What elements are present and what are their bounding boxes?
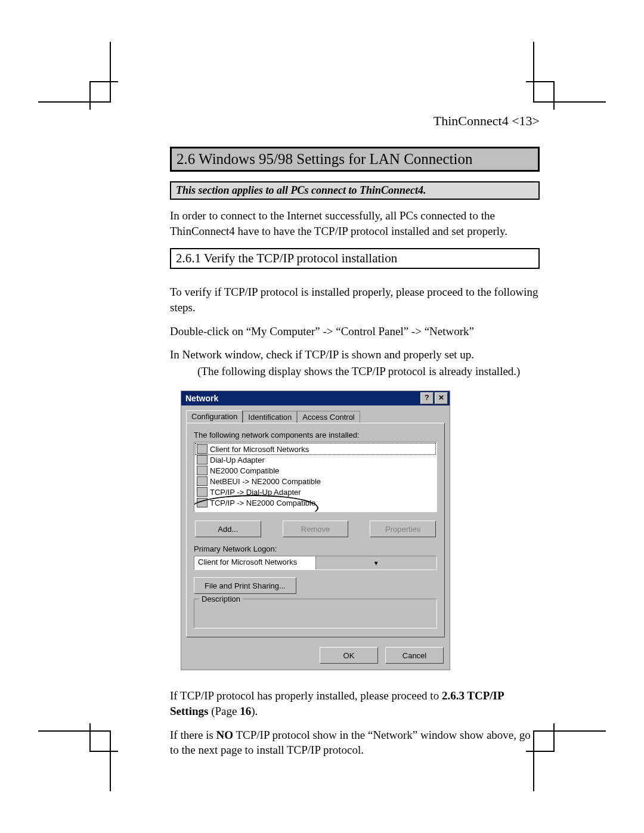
file-print-sharing-button[interactable]: File and Print Sharing...	[194, 577, 296, 594]
properties-button[interactable]: Properties	[370, 521, 436, 537]
list-item-label: Client for Microsoft Networks	[210, 445, 309, 454]
document-page: ThinConnect4 <13> 2.6 Windows 95/98 Sett…	[0, 0, 644, 833]
paragraph: If TCP/IP protocol has properly installe…	[170, 688, 540, 719]
text-run: If there is	[170, 729, 216, 741]
logon-value: Client for Microsoft Networks	[194, 556, 315, 569]
list-item[interactable]: NE2000 Compatible	[196, 465, 435, 476]
add-button-label: Add...	[218, 525, 238, 534]
chevron-down-icon[interactable]: ▼	[315, 556, 437, 569]
crop-mark-tr-icon	[533, 42, 606, 103]
list-item[interactable]: NetBEUI -> NE2000 Compatible	[196, 476, 435, 487]
paragraph: Double-click on “My Computer” -> “Contro…	[170, 324, 540, 339]
description-legend: Description	[199, 594, 243, 603]
network-client-icon	[197, 444, 208, 454]
text-bold: NO	[216, 729, 234, 741]
paragraph: If there is NO TCP/IP protocol show in t…	[170, 727, 540, 758]
components-label: The following network components are ins…	[194, 431, 437, 439]
components-listbox[interactable]: Client for Microsoft Networks Dial-Up Ad…	[194, 442, 437, 512]
crop-mark-tl-icon	[38, 42, 111, 103]
dialog-titlebar: Network ? ✕	[181, 391, 450, 405]
list-item-label: Dial-Up Adapter	[210, 456, 265, 465]
dialog-title: Network	[183, 394, 419, 403]
add-button[interactable]: Add...	[195, 521, 261, 537]
logon-combobox[interactable]: Client for Microsoft Networks ▼	[194, 556, 437, 570]
page-header: ThinConnect4 <13>	[170, 113, 540, 129]
description-groupbox: Description	[194, 599, 437, 628]
list-item[interactable]: Client for Microsoft Networks	[195, 443, 436, 455]
list-item-label: TCP/IP -> NE2000 Compatible	[210, 498, 315, 507]
close-button[interactable]: ✕	[435, 392, 448, 404]
button-row: Add... Remove Properties	[195, 521, 436, 537]
logon-label: Primary Network Logon:	[194, 544, 437, 553]
list-item-label: NetBEUI -> NE2000 Compatible	[210, 477, 321, 486]
properties-button-label: Properties	[385, 525, 420, 534]
components-label-text: The following network components are ins…	[194, 431, 359, 439]
tab-configuration[interactable]: Configuration	[186, 410, 243, 423]
help-button[interactable]: ?	[420, 392, 434, 404]
ok-button[interactable]: OK	[320, 647, 378, 664]
tab-access-control[interactable]: Access Control	[297, 411, 360, 423]
remove-button-label: Remove	[301, 525, 330, 534]
adapter-icon	[197, 455, 208, 465]
adapter-icon	[197, 466, 208, 475]
network-dialog: Network ? ✕ Configuration Identification…	[181, 391, 450, 670]
cancel-button[interactable]: Cancel	[385, 647, 444, 664]
content-area: ThinConnect4 <13> 2.6 Windows 95/98 Sett…	[170, 113, 540, 766]
text-bold: 16	[240, 705, 251, 717]
text-run: ).	[251, 705, 258, 717]
file-print-sharing-label: File and Print Sharing...	[205, 581, 286, 590]
list-item-label: TCP/IP -> Dial-Up Adapter	[210, 488, 301, 497]
paragraph: (The following display shows the TCP/IP …	[197, 364, 540, 379]
crop-mark-bl-icon	[38, 730, 111, 791]
tab-panel: The following network components are ins…	[186, 423, 445, 637]
list-item[interactable]: TCP/IP -> NE2000 Compatible	[196, 497, 435, 508]
list-item[interactable]: TCP/IP -> Dial-Up Adapter	[196, 487, 435, 497]
paragraph: In Network window, check if TCP/IP is sh…	[170, 347, 540, 363]
section-heading: 2.6 Windows 95/98 Settings for LAN Conne…	[170, 147, 540, 172]
text-run: If TCP/IP protocol has properly installe…	[170, 689, 442, 702]
protocol-icon	[197, 476, 208, 486]
protocol-icon	[197, 498, 208, 507]
dialog-button-row: OK Cancel	[181, 643, 450, 670]
tab-identification[interactable]: Identification	[243, 411, 297, 423]
section-note: This section applies to all PCs connect …	[170, 181, 540, 200]
list-item-label: NE2000 Compatible	[210, 466, 279, 475]
paragraph: To verify if TCP/IP protocol is installe…	[170, 284, 540, 315]
paragraph: In order to connect to the Internet succ…	[170, 208, 540, 239]
crop-mark-br-icon	[533, 730, 606, 791]
list-item[interactable]: Dial-Up Adapter	[196, 454, 435, 465]
subsection-heading: 2.6.1 Verify the TCP/IP protocol install…	[170, 248, 540, 269]
remove-button[interactable]: Remove	[283, 521, 349, 537]
text-run: (Page	[208, 705, 240, 717]
tab-row: Configuration Identification Access Cont…	[186, 410, 445, 423]
protocol-icon	[197, 487, 208, 497]
